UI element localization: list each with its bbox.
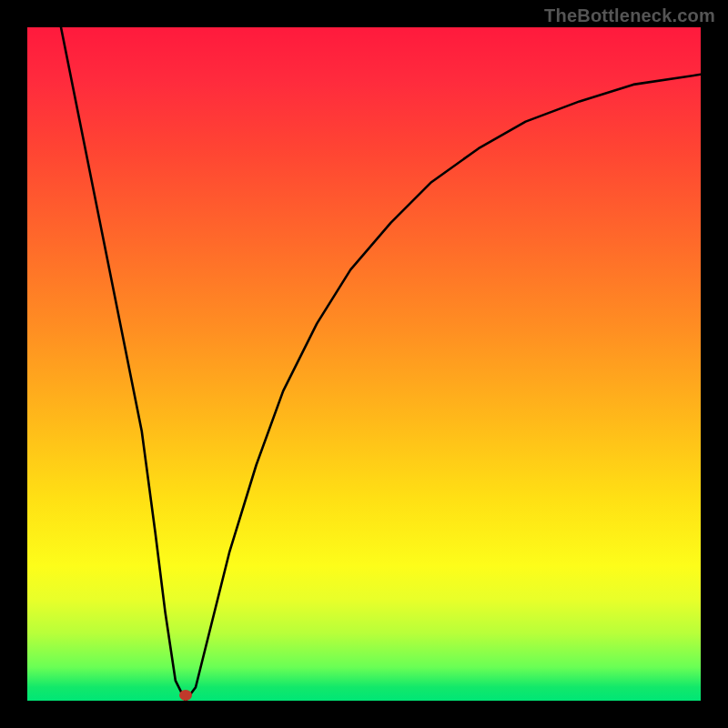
chart-frame: TheBottleneck.com	[0, 0, 728, 728]
bottleneck-curve	[27, 27, 701, 701]
watermark-text: TheBottleneck.com	[544, 5, 715, 26]
optimal-point-marker	[179, 690, 192, 701]
plot-area	[27, 27, 701, 701]
